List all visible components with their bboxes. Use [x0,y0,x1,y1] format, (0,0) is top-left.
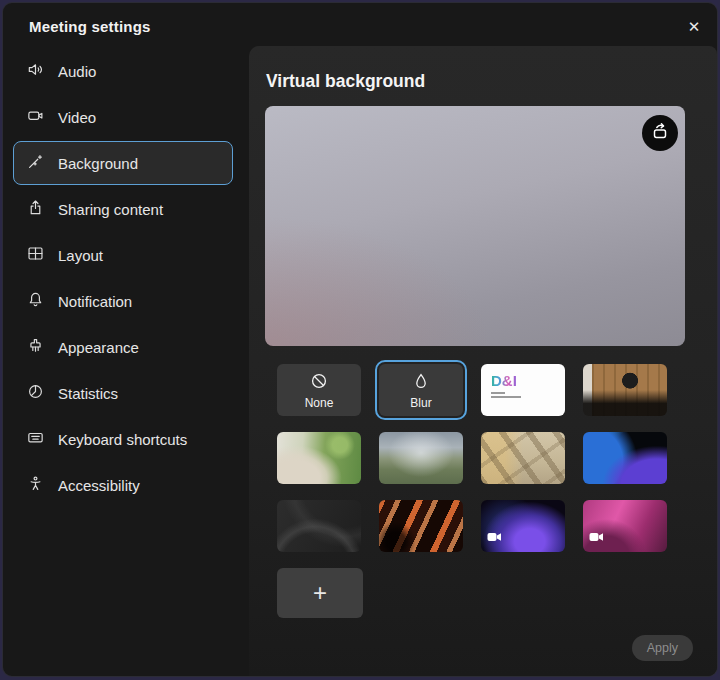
close-icon: ✕ [688,18,701,36]
keyboard-icon [26,428,45,450]
background-option-none[interactable]: None [277,364,361,416]
sidebar-item-label: Audio [58,63,96,80]
sidebar-item-notification[interactable]: Notification [13,279,233,323]
sidebar-item-video[interactable]: Video [13,95,233,139]
sidebar-item-label: Video [58,109,96,126]
meeting-settings-dialog: Meeting settings ✕ Audio Video Backgroun… [2,2,718,677]
share-icon [26,198,45,220]
sidebar-item-label: Accessibility [58,477,140,494]
sidebar-item-background[interactable]: Background [13,141,233,185]
sidebar-item-layout[interactable]: Layout [13,233,233,277]
droplet-icon [411,371,431,395]
tile-label: None [305,396,334,410]
camera-icon [26,106,45,128]
bell-icon [26,290,45,312]
sidebar-item-statistics[interactable]: Statistics [13,371,233,415]
background-option-window-light[interactable] [481,432,565,484]
sidebar-item-label: Appearance [58,339,139,356]
dni-logo-text: D&I [491,373,517,388]
dialog-title: Meeting settings [29,18,151,35]
background-option-blur[interactable]: Blur [379,364,463,416]
background-option-purple-gradient[interactable] [481,500,565,552]
close-button[interactable]: ✕ [681,14,707,40]
sidebar-item-label: Keyboard shortcuts [58,431,187,448]
sidebar-item-accessibility[interactable]: Accessibility [13,463,233,507]
sidebar-item-audio[interactable]: Audio [13,49,233,93]
background-option-blue-abstract[interactable] [583,432,667,484]
magic-wand-icon [26,152,45,174]
sidebar-item-appearance[interactable]: Appearance [13,325,233,369]
plus-icon: + [313,579,327,607]
sidebar-item-keyboard-shortcuts[interactable]: Keyboard shortcuts [13,417,233,461]
apply-button[interactable]: Apply [632,635,693,661]
flip-camera-button[interactable] [642,115,678,151]
camera-preview [265,106,685,346]
background-options-grid: None Blur D&I [277,364,667,552]
background-option-couch-garden[interactable] [277,432,361,484]
sidebar-item-label: Sharing content [58,201,163,218]
background-option-pink-abstract[interactable] [583,500,667,552]
speaker-icon [26,60,45,82]
flip-camera-icon [649,120,671,146]
camera-badge-icon [589,528,604,546]
dni-tagline-lines [491,392,521,400]
grid-icon [26,244,45,266]
paintbrush-icon [26,336,45,358]
panel-title: Virtual background [266,71,425,92]
virtual-background-panel: Virtual background None Blur D&I [249,46,717,676]
sidebar-item-sharing-content[interactable]: Sharing content [13,187,233,231]
prohibition-icon [309,371,329,395]
sidebar-item-label: Notification [58,293,132,310]
donut-chart-icon [26,382,45,404]
sidebar-item-label: Background [58,155,138,172]
background-option-office[interactable] [583,364,667,416]
camera-badge-icon [487,528,502,546]
person-icon [26,474,45,496]
background-option-lava[interactable] [379,500,463,552]
sidebar-item-label: Statistics [58,385,118,402]
background-option-mountains[interactable] [379,432,463,484]
background-option-gray-swirl[interactable] [277,500,361,552]
background-option-dni[interactable]: D&I [481,364,565,416]
add-background-button[interactable]: + [277,568,363,618]
tile-label: Blur [410,396,431,410]
settings-sidebar: Audio Video Background Sharing content L… [3,47,249,509]
sidebar-item-label: Layout [58,247,103,264]
